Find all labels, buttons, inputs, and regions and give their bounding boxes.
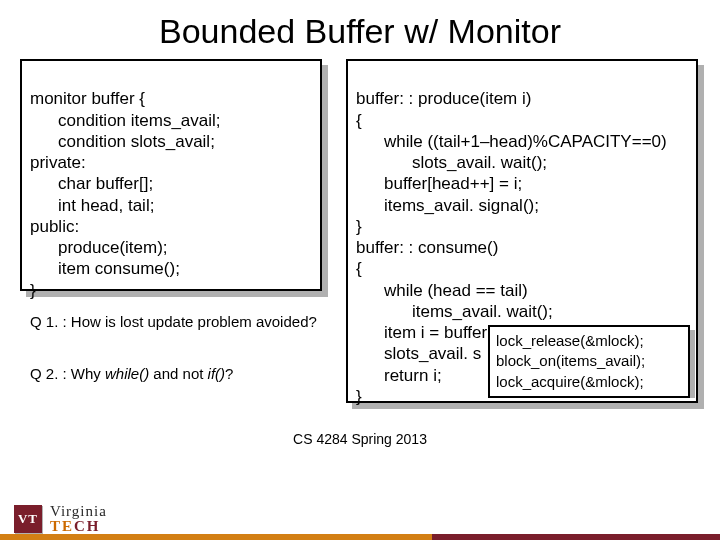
code-line: { bbox=[356, 111, 362, 130]
q2-em-if: if() bbox=[208, 365, 226, 382]
q2-text: ? bbox=[225, 365, 233, 382]
vt-logo: VT Virginia TECH bbox=[14, 504, 107, 534]
code-line: private: bbox=[30, 153, 86, 172]
code-line: int head, tail; bbox=[30, 195, 312, 216]
q2-em-while: while() bbox=[105, 365, 149, 382]
code-line: condition items_avail; bbox=[30, 110, 312, 131]
code-line: monitor buffer { bbox=[30, 89, 145, 108]
logo-tech: TECH bbox=[50, 519, 107, 534]
left-code: monitor buffer { condition items_avail;c… bbox=[22, 61, 320, 309]
code-line: buffer: : consume() bbox=[356, 238, 498, 257]
code-line: } bbox=[356, 217, 362, 236]
overlay-line: lock_release(&mlock); bbox=[496, 332, 644, 349]
code-line: } bbox=[30, 281, 36, 300]
question-1: Q 1. : How is lost update problem avoide… bbox=[30, 313, 320, 332]
overlay-line: lock_acquire(&mlock); bbox=[496, 373, 644, 390]
code-line: slots_avail. wait(); bbox=[356, 152, 688, 173]
code-line: while (head == tail) bbox=[356, 280, 688, 301]
logo-virginia: Virginia bbox=[50, 504, 107, 519]
footer-course: CS 4284 Spring 2013 bbox=[0, 431, 720, 447]
vt-logo-text: Virginia TECH bbox=[50, 504, 107, 534]
code-line: buffer: : produce(item i) bbox=[356, 89, 531, 108]
q2-text: and not bbox=[149, 365, 207, 382]
code-line: items_avail. signal(); bbox=[356, 195, 688, 216]
code-line: produce(item); bbox=[30, 237, 312, 258]
vt-square-icon: VT bbox=[14, 505, 42, 533]
left-code-box: monitor buffer { condition items_avail;c… bbox=[20, 59, 322, 291]
code-line: condition slots_avail; bbox=[30, 131, 312, 152]
code-line: } bbox=[356, 387, 362, 406]
question-2: Q 2. : Why while() and not if()? bbox=[30, 365, 320, 384]
slide-title: Bounded Buffer w/ Monitor bbox=[0, 0, 720, 57]
code-line: public: bbox=[30, 217, 79, 236]
code-line: buffer[head++] = i; bbox=[356, 173, 688, 194]
bottom-accent-bar bbox=[0, 534, 720, 540]
overlay-line: block_on(items_avail); bbox=[496, 352, 645, 369]
q2-text: Q 2. : Why bbox=[30, 365, 105, 382]
code-line: { bbox=[356, 259, 362, 278]
code-line: while ((tail+1–head)%CAPACITY==0) bbox=[356, 131, 688, 152]
code-line: items_avail. wait(); bbox=[356, 301, 688, 322]
overlay-callout: lock_release(&mlock); block_on(items_ava… bbox=[488, 325, 690, 398]
code-line: char buffer[]; bbox=[30, 173, 312, 194]
code-line: item consume(); bbox=[30, 258, 312, 279]
